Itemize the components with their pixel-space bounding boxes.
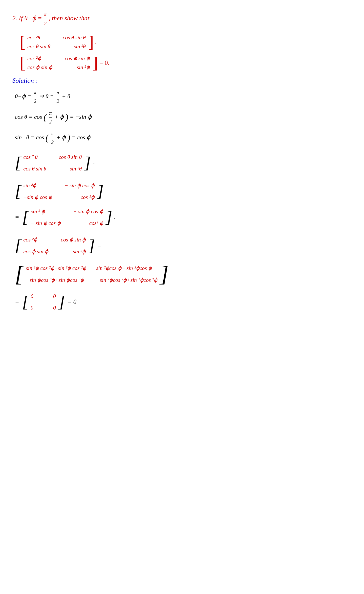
step2-frac-den: 2 <box>49 118 52 126</box>
mp-r1c2: cos ϕ sin ϕ <box>61 235 86 244</box>
step1b-frac-den: 2 <box>56 97 60 105</box>
meq-r2c2: cos² ϕ <box>73 218 103 228</box>
meq-r1c2: − sin ϕ cos ϕ <box>73 207 103 216</box>
mt-r2c1: cos θ sin θ <box>23 164 46 173</box>
problem-matrix2-row: [ cos ²ϕ cos ϕ sin ϕ cos ϕ sin ϕ sin ²ϕ … <box>20 54 348 72</box>
meq-r1c1: sin ² ϕ <box>31 207 61 216</box>
ms-r1c1: sin ²ϕ <box>23 181 52 190</box>
matrix-phi: [ cos ²ϕ cos ϕ sin ϕ cos ϕ sin ϕ sin ²ϕ … <box>15 234 94 258</box>
matrix-phi-row: [ cos ²ϕ cos ϕ sin ϕ cos ϕ sin ϕ sin ²ϕ … <box>15 234 348 258</box>
matrix1-grid: cos ²θ cos θ sin θ cos θ sin θ sin ²θ <box>25 33 88 51</box>
bracket-left-sub: [ <box>15 184 21 198</box>
zm-r1c2: 0 <box>53 291 56 301</box>
big-matrix-row: [ sin ²ϕ cos ²ϕ−sin ²ϕ cos ²ϕ sin ²ϕcos … <box>15 262 348 286</box>
zero-matrix: [ 0 0 0 0 ] <box>22 290 64 314</box>
matrix-eq-grid: sin ² ϕ − sin ϕ cos ϕ − sin ϕ cos ϕ cos²… <box>28 205 106 229</box>
dot-eq: . <box>114 212 115 223</box>
dot-separator: . <box>95 38 97 46</box>
matrix-theta-row: [ cos ² θ cos θ sin θ cos θ sin θ sin ²θ… <box>15 151 348 175</box>
paren-left-step3: ( <box>45 133 48 143</box>
mt-r1c1: cos ² θ <box>23 152 46 162</box>
bm-r1c2: sin ²ϕcos ϕ− sin ³ϕcos ϕ <box>96 263 157 273</box>
step2-frac-num: π <box>49 109 52 118</box>
matrix-theta-grid: cos ² θ cos θ sin θ cos θ sin θ sin ²θ <box>21 151 84 175</box>
mp-r2c1: cos ϕ sin ϕ <box>23 247 48 256</box>
equals-sign-1: = <box>15 212 19 223</box>
ms-r1c2: − sin ϕ cos ϕ <box>64 181 95 190</box>
frac-pi-den: 2 <box>43 19 47 28</box>
matrix-sub-row: [ sin ²ϕ − sin ϕ cos ϕ −sin ϕ cos ϕ cos … <box>15 179 348 203</box>
matrix-phi-grid: cos ²ϕ cos ϕ sin ϕ cos ϕ sin ϕ sin ²ϕ <box>21 234 88 258</box>
matrix-eq: [ sin ² ϕ − sin ϕ cos ϕ − sin ϕ cos ϕ co… <box>22 205 112 229</box>
bracket-left-eq: [ <box>22 210 28 224</box>
bracket-left-theta: [ <box>15 156 21 170</box>
bm-r2c2: −sin ²ϕcos ²ϕ+sin ²ϕcos ²ϕ <box>96 275 157 285</box>
bracket-right-sub: ] <box>97 184 103 198</box>
mt-r1c2: cos θ sin θ <box>59 152 82 162</box>
solution-section: θ−ϕ = π 2 ⇒ θ = π 2 + θ cos θ = cos ( π … <box>15 88 348 314</box>
final-equals-zero: = 0 <box>67 296 76 307</box>
ms-r2c2: cos ²ϕ <box>64 192 95 202</box>
matrix-eq-row: = [ sin ² ϕ − sin ϕ cos ϕ − sin ϕ cos ϕ … <box>15 205 348 229</box>
bracket-right-zero: ] <box>58 295 64 309</box>
step3-frac-num: π <box>51 129 54 138</box>
step3: sin θ = cos ( π 2 + ϕ ) = cos ϕ <box>15 129 348 146</box>
bracket-left-phi: [ <box>15 238 21 253</box>
problem-matrices: [ cos ²θ cos θ sin θ cos θ sin θ sin ²θ … <box>20 33 348 72</box>
paren-left-step2: ( <box>43 112 46 122</box>
equals-zero: = 0. <box>99 59 109 67</box>
step2: cos θ = cos ( π 2 + ϕ ) = −sin ϕ <box>15 109 348 126</box>
zero-matrix-grid: 0 0 0 0 <box>28 290 58 314</box>
bm-r2c1: −sin ϕcos ³ϕ+sin ϕcos ³ϕ <box>26 275 86 285</box>
m2r2c1: cos ϕ sin ϕ <box>27 64 53 71</box>
final-row: = [ 0 0 0 0 ] = 0 <box>15 290 348 314</box>
mp-r2c2: sin ²ϕ <box>61 247 86 256</box>
m2r1c1: cos ²ϕ <box>27 55 53 62</box>
m1r2c1: cos θ sin θ <box>27 43 50 50</box>
problem-condition: If θ−ϕ = <box>19 15 43 22</box>
paren-right-step2: ) <box>65 112 68 122</box>
m1r1c1: cos ²θ <box>27 34 50 41</box>
then-show-text: , then show that <box>49 15 89 22</box>
m2r1c2: cos ϕ sin ϕ <box>65 55 90 62</box>
matrix2-grid: cos ²ϕ cos ϕ sin ϕ cos ϕ sin ϕ sin ²ϕ <box>25 54 92 72</box>
bracket-right-1: ] <box>88 35 93 49</box>
problem-matrix1-row: [ cos ²θ cos θ sin θ cos θ sin θ sin ²θ … <box>20 33 348 51</box>
zm-r2c2: 0 <box>53 303 56 312</box>
ms-r2c1: −sin ϕ cos ϕ <box>23 192 52 202</box>
mp-r1c1: cos ²ϕ <box>23 235 48 244</box>
zm-r2c1: 0 <box>31 303 33 312</box>
problem-matrix2: [ cos ²ϕ cos ϕ sin ϕ cos ϕ sin ϕ sin ²ϕ … <box>20 54 97 72</box>
big-bracket-right: ] <box>160 266 169 283</box>
bracket-left-2: [ <box>20 56 25 70</box>
big-matrix-grid: sin ²ϕ cos ²ϕ−sin ²ϕ cos ²ϕ sin ²ϕcos ϕ−… <box>23 262 160 286</box>
m1r2c2: sin ²θ <box>63 43 86 50</box>
paren-right-step3: ) <box>67 133 70 143</box>
step1: θ−ϕ = π 2 ⇒ θ = π 2 + θ <box>15 88 348 105</box>
step1b-frac-num: π <box>56 88 60 97</box>
matrix-sub-grid: sin ²ϕ − sin ϕ cos ϕ −sin ϕ cos ϕ cos ²ϕ <box>21 179 97 203</box>
big-matrix: [ sin ²ϕ cos ²ϕ−sin ²ϕ cos ²ϕ sin ²ϕcos … <box>15 262 169 286</box>
m2r2c2: sin ²ϕ <box>65 64 90 71</box>
bracket-left-zero: [ <box>22 295 28 309</box>
matrix-theta: [ cos ² θ cos θ sin θ cos θ sin θ sin ²θ… <box>15 151 90 175</box>
bracket-right-eq: ] <box>106 210 112 224</box>
equals-sign-3: = <box>15 296 19 307</box>
bm-r1c1: sin ²ϕ cos ²ϕ−sin ²ϕ cos ²ϕ <box>26 263 86 273</box>
bracket-right-2: ] <box>92 56 98 70</box>
step1-frac-den: 2 <box>33 97 37 105</box>
matrix-sub: [ sin ²ϕ − sin ϕ cos ϕ −sin ϕ cos ϕ cos … <box>15 179 103 203</box>
meq-r2c1: − sin ϕ cos ϕ <box>31 218 61 228</box>
zm-r1c1: 0 <box>31 291 33 301</box>
bracket-left-1: [ <box>20 35 25 49</box>
bracket-right-phi: ] <box>88 238 94 253</box>
problem-matrix1: [ cos ²θ cos θ sin θ cos θ sin θ sin ²θ … <box>20 33 93 51</box>
bracket-right-theta: ] <box>84 156 90 170</box>
solution-label: Solution : <box>12 77 348 84</box>
problem-header: 2. If θ−ϕ = π 2 , then show that <box>12 10 348 28</box>
dot-theta: . <box>93 158 95 166</box>
frac-pi-num: π <box>43 10 47 19</box>
equals-sign-2: = <box>97 240 102 251</box>
step1-frac-num: π <box>33 88 37 97</box>
mt-r2c2: sin ²θ <box>59 164 82 173</box>
